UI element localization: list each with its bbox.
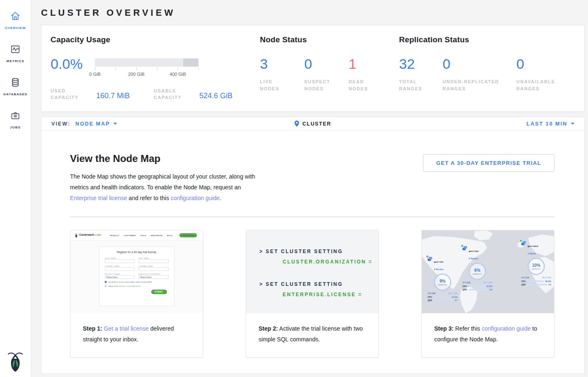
section-divider bbox=[70, 217, 554, 217]
configuration-guide-link[interactable]: configuration guide bbox=[482, 325, 530, 332]
usable-gib: 43.7 GiB bbox=[483, 281, 492, 284]
qps-bar bbox=[434, 300, 453, 301]
site-nav-item: CUSTOMERS bbox=[124, 234, 136, 236]
replication-status-section: Replication Status 32 TOTAL RANGES 0 UND… bbox=[399, 35, 574, 101]
checkbox-checked-icon bbox=[105, 281, 107, 283]
qps-label: QPS bbox=[462, 288, 467, 291]
live-nodes-value: 3 bbox=[260, 56, 304, 72]
node-status-section: Node Status 3 LIVE NODES 0 SUSPECT NODES… bbox=[260, 35, 399, 101]
locale-node-count: 2 Nodes bbox=[469, 257, 478, 260]
capacity-used-percent: 0.0% bbox=[51, 56, 95, 72]
chevron-down-icon bbox=[571, 123, 574, 125]
capacity-donut: 9% CAPACITY bbox=[434, 273, 451, 291]
checkbox-label: I agree to the bbox=[108, 285, 119, 287]
site-nav-item: PRODUCT bbox=[110, 234, 119, 236]
sidebar-item-label: OVERVIEW bbox=[5, 26, 26, 30]
unavailable-ranges-value: 0 bbox=[516, 56, 574, 72]
qps-bar bbox=[528, 284, 547, 285]
dead-nodes-label: DEAD NODES bbox=[348, 78, 377, 92]
sidebar-item-label: DATABASES bbox=[3, 92, 27, 96]
trial-license-site-thumbnail: Cockroach LABS PRODUCT CUSTOMERS DOCS RE… bbox=[70, 230, 203, 313]
site-nav: PRODUCT CUSTOMERS DOCS RESOURCES BLOG DO… bbox=[109, 233, 198, 238]
live-nodes-stat: 3 LIVE NODES bbox=[260, 56, 304, 92]
map-locale-ams: geo=ams1 Node 10% CAPACITY 3.6 GiB36.6 G… bbox=[521, 241, 551, 286]
capacity-word: CAPACITY bbox=[531, 268, 541, 270]
cpu-bar bbox=[434, 296, 450, 298]
sql-setting: CLUSTER.ORGANIZATION = bbox=[259, 259, 370, 265]
site-nav-item: RESOURCES bbox=[150, 234, 162, 236]
configuration-guide-link[interactable]: configuration guide bbox=[171, 195, 220, 201]
used-gib: 3.7 GiB bbox=[462, 281, 470, 284]
cpu-value: 42.5% bbox=[486, 285, 492, 288]
qps-value: 0.0 bbox=[489, 288, 492, 291]
step-label: Step 1: bbox=[83, 325, 102, 332]
sql-setting: ENTERPRISE.LICENSE = bbox=[259, 292, 370, 297]
checkbox-label: I would like to receive email updates ab… bbox=[108, 281, 152, 283]
step-1-card: Cockroach LABS PRODUCT CUSTOMERS DOCS RE… bbox=[70, 230, 203, 358]
used-gib: 3.2 GiB bbox=[428, 292, 436, 295]
cpu-value: 58.3% bbox=[545, 280, 551, 283]
qps-label: QPS bbox=[428, 299, 433, 302]
form-title: Register for a 30-day trial license bbox=[105, 251, 169, 254]
checkbox-empty-icon bbox=[105, 285, 107, 287]
sql-commands-thumbnail: > SET CLUSTER SETTING CLUSTER.ORGANIZATI… bbox=[246, 230, 378, 313]
sidebar-item-jobs[interactable]: JOBS bbox=[0, 104, 31, 138]
sidebar-item-metrics[interactable]: METRICS bbox=[0, 38, 31, 71]
total-ranges-label: TOTAL RANGES bbox=[399, 78, 428, 92]
get-enterprise-trial-button[interactable]: GET A 30-DAY ENTERPRISE TRIAL bbox=[423, 154, 554, 172]
status-ok-badge bbox=[461, 244, 464, 247]
license-agreement-link: Software License Agreement. bbox=[119, 285, 141, 287]
cluster-breadcrumb: CLUSTER bbox=[295, 121, 332, 127]
cpu-value: 11.0% bbox=[452, 296, 457, 298]
cpu-label: CPU bbox=[521, 280, 526, 283]
node-status-title: Node Status bbox=[260, 35, 399, 44]
unavailable-ranges-label: UNAVAILABLE RANGES bbox=[516, 78, 562, 92]
chevron-down-icon bbox=[114, 123, 117, 125]
locale-node-count: 1 Node bbox=[528, 252, 536, 255]
usable-gib: 36.6 GiB bbox=[542, 276, 551, 279]
sidebar-item-overview[interactable]: OVERVIEW bbox=[0, 5, 31, 38]
get-trial-license-link[interactable]: Get a trial license bbox=[104, 325, 149, 332]
site-download-button: DOWNLOAD bbox=[179, 233, 197, 237]
description-text: . bbox=[220, 195, 221, 201]
capacity-bar-chart: 0 GiB 200 GiB 400 GiB bbox=[95, 58, 198, 77]
sidebar-item-databases[interactable]: DATABASES bbox=[0, 71, 31, 104]
form-select: Please Select bbox=[105, 275, 135, 279]
under-replicated-ranges-label: UNDER-REPLICATED RANGES bbox=[443, 78, 516, 92]
capacity-percent: 9% bbox=[440, 279, 445, 283]
view-selector-dropdown[interactable]: NODE MAP bbox=[75, 121, 117, 127]
total-ranges-stat: 32 TOTAL RANGES bbox=[399, 56, 443, 92]
unavailable-ranges-stat: 0 UNAVAILABLE RANGES bbox=[516, 56, 574, 92]
map-pin-icon bbox=[295, 121, 299, 127]
capacity-percent: 10% bbox=[532, 263, 540, 268]
capacity-percent: 6% bbox=[474, 268, 480, 273]
cluster-summary-card: Capacity Usage 0.0% 0 GiB 200 GiB bbox=[41, 25, 585, 112]
nodes-cube-icon bbox=[521, 241, 526, 246]
usable-capacity-label: USABLE CAPACITY bbox=[154, 87, 194, 101]
locale-node-count: 2 Nodes bbox=[434, 268, 443, 271]
suspect-nodes-value: 0 bbox=[304, 56, 348, 72]
main-content: CLUSTER OVERVIEW Capacity Usage 0.0% 0 bbox=[31, 0, 588, 377]
axis-tick-label: 0 GiB bbox=[89, 72, 101, 77]
form-input bbox=[105, 267, 135, 271]
enterprise-trial-license-link[interactable]: Enterprise trial license bbox=[70, 195, 127, 201]
sidebar-item-label: METRICS bbox=[7, 59, 24, 63]
usable-gib: 35.1 GiB bbox=[448, 292, 457, 295]
capacity-donut: 10% CAPACITY bbox=[528, 258, 545, 275]
form-select: Please Select bbox=[138, 275, 169, 279]
node-map-title: View the Node Map bbox=[70, 153, 265, 164]
qps-bar bbox=[469, 289, 488, 290]
capacity-usage-section: Capacity Usage 0.0% 0 GiB 200 GiB bbox=[51, 35, 260, 101]
suspect-nodes-label: SUSPECT NODES bbox=[304, 78, 333, 92]
site-nav-item: DOCS bbox=[140, 234, 146, 236]
time-range-dropdown[interactable]: LAST 10 MIN bbox=[527, 121, 574, 127]
cockroach-labs-logo[interactable] bbox=[7, 350, 23, 372]
step-2-card: > SET CLUSTER SETTING CLUSTER.ORGANIZATI… bbox=[246, 230, 379, 358]
nodes-cube-icon bbox=[462, 246, 467, 251]
capacity-bar-reserved-segment bbox=[183, 58, 199, 67]
capacity-donut: 6% CAPACITY bbox=[469, 263, 486, 280]
cluster-breadcrumb-label: CLUSTER bbox=[302, 121, 332, 127]
form-input bbox=[138, 259, 169, 263]
metrics-icon bbox=[10, 44, 21, 56]
used-capacity-stat: USED CAPACITY 160.7 MiB bbox=[51, 87, 154, 101]
